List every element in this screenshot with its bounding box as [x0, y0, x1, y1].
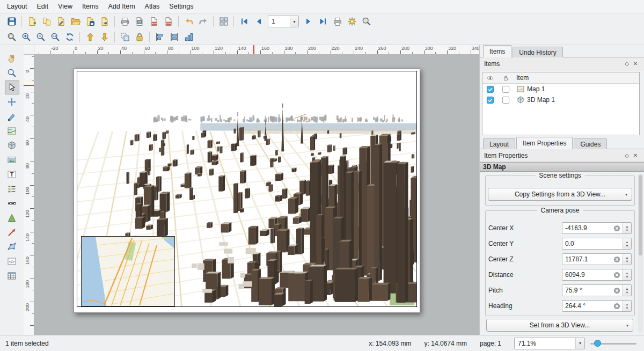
menu-view[interactable]: View [53, 1, 77, 12]
item-row-map-1[interactable]: Map 1 [482, 84, 639, 94]
zoom-in-button[interactable] [19, 30, 33, 44]
copy-settings-button[interactable]: Copy Settings from a 3D View... ▾ [488, 188, 632, 201]
spin-arrows[interactable]: ▴▾ [623, 254, 631, 265]
add-picture-button[interactable] [5, 153, 19, 167]
spin-arrows[interactable]: ▴▾ [623, 301, 631, 311]
menu-edit[interactable]: Edit [32, 1, 54, 12]
tab-items[interactable]: Items [483, 45, 511, 57]
lower-items-button[interactable] [97, 30, 112, 44]
float-panel-icon[interactable]: ◇ [623, 61, 631, 67]
add-node-item-button[interactable] [5, 240, 19, 254]
last-feature-button[interactable] [316, 14, 330, 28]
clear-value-icon[interactable] [613, 272, 621, 279]
layout-manager-button[interactable] [54, 14, 68, 28]
add-arrow-button[interactable] [5, 225, 19, 239]
menu-settings[interactable]: Settings [164, 1, 198, 12]
group-items-button[interactable] [118, 30, 132, 44]
atlas-page-combo[interactable]: 1▾ [268, 16, 299, 27]
print-layout-button[interactable] [118, 14, 132, 28]
zoom-full-button[interactable] [4, 30, 19, 44]
select-tool-button[interactable] [5, 81, 19, 94]
lock-checkbox[interactable] [498, 85, 514, 93]
tab-guides[interactable]: Guides [574, 138, 607, 149]
set-from-3d-view-button[interactable]: Set from a 3D View... ▾ [486, 319, 633, 332]
menu-atlas[interactable]: Atlas [140, 1, 165, 12]
zoom-level-combo[interactable]: 71.1% ▾ [514, 338, 585, 349]
item-row-3d-map-1[interactable]: 3D Map 1 [482, 94, 639, 105]
add-label-button[interactable]: T [5, 167, 19, 181]
zoom-actual-button[interactable]: 1:1 [48, 30, 62, 44]
save-project-button[interactable] [4, 14, 19, 28]
export-pdf-button[interactable]: PDF [161, 14, 175, 28]
undo-button[interactable] [181, 14, 196, 28]
close-panel-icon[interactable]: ✕ [631, 61, 640, 67]
layout-page[interactable] [74, 68, 420, 313]
float-panel-icon[interactable]: ◇ [623, 152, 631, 158]
visibility-checkbox[interactable] [482, 85, 498, 93]
tab-undo-history[interactable]: Undo History [513, 47, 562, 57]
visibility-checkbox[interactable] [482, 96, 498, 104]
duplicate-layout-button[interactable] [39, 14, 54, 28]
add-table-button[interactable] [5, 269, 19, 283]
export-svg-button[interactable]: SVG [147, 14, 161, 28]
zoom-out-button[interactable] [33, 30, 48, 44]
spin-arrows[interactable]: ▴▾ [623, 238, 631, 249]
tab-layout[interactable]: Layout [483, 138, 515, 149]
load-template-button[interactable] [97, 14, 112, 28]
prev-feature-button[interactable] [251, 14, 266, 28]
add-3d-map-button[interactable] [5, 138, 19, 152]
add-scalebar-button[interactable] [5, 196, 19, 210]
spin-arrows[interactable]: ▴▾ [623, 285, 631, 296]
add-map-button[interactable] [5, 124, 19, 138]
clear-value-icon[interactable] [613, 303, 621, 310]
resize-items-button[interactable] [181, 30, 196, 44]
heading-spinbox[interactable]: 264.4 °▴▾ [562, 300, 632, 312]
add-html-button[interactable]: </> [5, 254, 19, 268]
center-z-spinbox[interactable]: 11787.1▴▾ [562, 253, 632, 265]
export-image-button[interactable] [132, 14, 147, 28]
menu-add-item[interactable]: Add Item [104, 1, 140, 12]
close-panel-icon[interactable]: ✕ [631, 152, 640, 158]
next-feature-button[interactable] [301, 14, 316, 28]
preview-atlas-button[interactable] [359, 14, 374, 28]
center-y-spinbox[interactable]: 0.0▴▾ [562, 238, 632, 250]
atlas-settings-button[interactable] [345, 14, 359, 28]
zoom-tool-button[interactable] [5, 66, 19, 80]
distribute-items-button[interactable] [167, 30, 181, 44]
clear-value-icon[interactable] [613, 287, 621, 294]
menu-layout[interactable]: Layout [2, 1, 32, 12]
properties-scrollbar[interactable] [638, 173, 643, 333]
move-content-tool-button[interactable] [5, 95, 19, 109]
pitch-spinbox[interactable]: 75.9 °▴▾ [562, 284, 632, 296]
add-pages-button[interactable] [216, 14, 231, 28]
menu-items[interactable]: Items [77, 1, 104, 12]
spin-arrows[interactable]: ▴▾ [623, 269, 631, 280]
clear-value-icon[interactable] [613, 256, 621, 263]
zoom-slider-handle[interactable] [594, 340, 601, 347]
pan-tool-button[interactable] [5, 52, 19, 65]
scrollbar-thumb[interactable] [639, 175, 642, 255]
clear-value-icon[interactable] [613, 225, 621, 232]
lock-items-button[interactable] [132, 30, 147, 44]
distance-spinbox[interactable]: 6094.9▴▾ [562, 269, 632, 281]
zoom-slider[interactable] [590, 338, 636, 349]
align-items-button[interactable] [152, 30, 167, 44]
ruler-tick [32, 313, 34, 314]
new-layout-button[interactable] [25, 14, 39, 28]
add-shape-button[interactable] [5, 211, 19, 225]
raise-items-button[interactable] [83, 30, 97, 44]
center-x-spinbox[interactable]: -4163.9▴▾ [562, 222, 632, 234]
redo-button[interactable] [196, 14, 210, 28]
lock-checkbox[interactable] [498, 96, 514, 104]
open-folder-button[interactable] [68, 14, 83, 28]
add-legend-button[interactable] [5, 182, 19, 196]
print-atlas-button[interactable] [330, 14, 345, 28]
save-as-template-button[interactable] [83, 14, 97, 28]
first-feature-button[interactable] [237, 14, 251, 28]
refresh-button[interactable] [62, 30, 77, 44]
edit-nodes-tool-button[interactable] [5, 109, 19, 123]
tab-item-properties[interactable]: Item Properties [516, 137, 573, 149]
overview-map-item[interactable] [81, 236, 175, 306]
spin-arrows[interactable]: ▴▾ [623, 223, 631, 233]
layout-canvas[interactable] [34, 55, 479, 335]
